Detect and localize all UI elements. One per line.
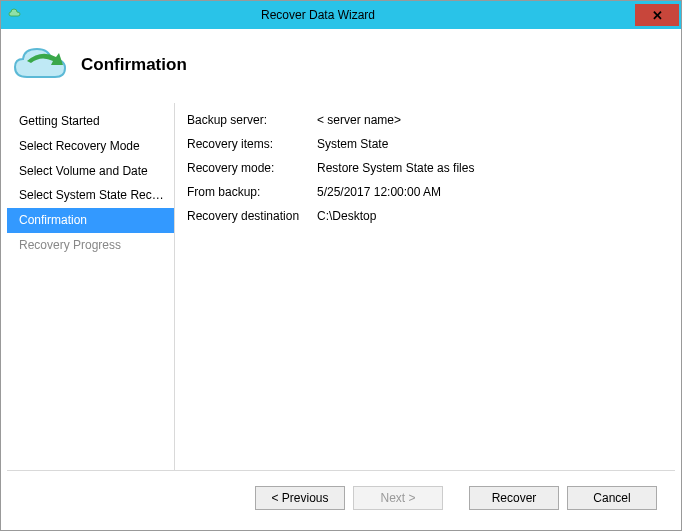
app-icon	[7, 6, 23, 22]
previous-button[interactable]: < Previous	[255, 486, 345, 510]
recovery-mode-label: Recovery mode:	[187, 161, 317, 175]
field-backup-server: Backup server: < server name>	[187, 113, 663, 127]
recovery-mode-value: Restore System State as files	[317, 161, 663, 175]
cancel-button[interactable]: Cancel	[567, 486, 657, 510]
field-recovery-mode: Recovery mode: Restore System State as f…	[187, 161, 663, 175]
recover-button[interactable]: Recover	[469, 486, 559, 510]
recovery-dest-value: C:\Desktop	[317, 209, 663, 223]
field-recovery-destination: Recovery destination C:\Desktop	[187, 209, 663, 223]
wizard-window: Recover Data Wizard ✕ Confirmation Getti…	[0, 0, 682, 531]
step-getting-started[interactable]: Getting Started	[7, 109, 174, 134]
from-backup-value: 5/25/2017 12:00:00 AM	[317, 185, 663, 199]
recovery-items-value: System State	[317, 137, 663, 151]
close-button[interactable]: ✕	[635, 4, 679, 26]
field-recovery-items: Recovery items: System State	[187, 137, 663, 151]
recovery-dest-label: Recovery destination	[187, 209, 317, 223]
page-title: Confirmation	[81, 55, 187, 75]
window-body: Confirmation Getting Started Select Reco…	[1, 29, 681, 530]
cloud-recover-icon	[11, 45, 73, 85]
wizard-footer: < Previous Next > Recover Cancel	[7, 470, 675, 524]
wizard-header: Confirmation	[7, 35, 675, 103]
step-select-recovery-mode[interactable]: Select Recovery Mode	[7, 134, 174, 159]
wizard-steps-sidebar: Getting Started Select Recovery Mode Sel…	[7, 103, 175, 470]
field-from-backup: From backup: 5/25/2017 12:00:00 AM	[187, 185, 663, 199]
backup-server-label: Backup server:	[187, 113, 317, 127]
recovery-items-label: Recovery items:	[187, 137, 317, 151]
backup-server-value: < server name>	[317, 113, 663, 127]
step-select-volume-date[interactable]: Select Volume and Date	[7, 159, 174, 184]
main-panel: Backup server: < server name> Recovery i…	[175, 103, 675, 470]
step-confirmation[interactable]: Confirmation	[7, 208, 174, 233]
inner-panel: Confirmation Getting Started Select Reco…	[7, 35, 675, 524]
next-button: Next >	[353, 486, 443, 510]
from-backup-label: From backup:	[187, 185, 317, 199]
step-select-system-state[interactable]: Select System State Reco...	[7, 183, 174, 208]
close-icon: ✕	[652, 9, 663, 22]
step-recovery-progress: Recovery Progress	[7, 233, 174, 258]
window-title: Recover Data Wizard	[1, 8, 635, 22]
content-area: Getting Started Select Recovery Mode Sel…	[7, 103, 675, 470]
titlebar: Recover Data Wizard ✕	[1, 1, 681, 29]
